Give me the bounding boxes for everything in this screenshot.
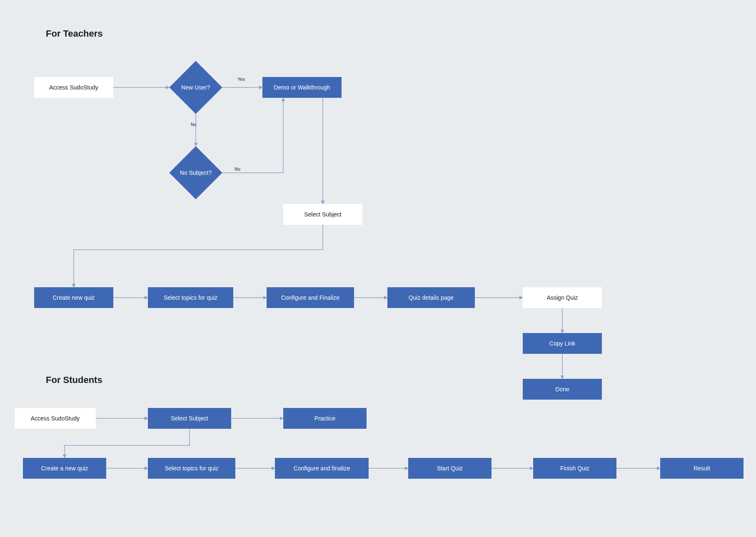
arrows-layer (0, 0, 756, 537)
edge-label-yes: Yes (237, 77, 245, 82)
node-new-user-decision: New User? (169, 61, 222, 114)
node-teachers-select-subject: Select Subject (283, 204, 362, 225)
arrow-nosubject-demo (222, 98, 283, 173)
node-students-start: Start Quiz (408, 458, 492, 479)
node-students-practice: Practice (283, 408, 367, 429)
section-title-students: For Students (46, 375, 102, 385)
diagram-canvas: For Teachers For Students Access SudoStu… (0, 0, 756, 537)
node-teachers-select-topics: Select topics for quiz (148, 287, 233, 308)
node-students-select-subject: Select Subject (148, 408, 231, 429)
node-students-select-topics: Select topics for quiz (148, 458, 235, 479)
node-teachers-configure: Configure and Finalize (267, 287, 354, 308)
node-students-access: Access SudoStudy (15, 408, 96, 429)
node-new-user-label: New User? (181, 84, 210, 91)
node-teachers-access: Access SudoStudy (34, 77, 113, 98)
arrow-selectsubject-createquiz (74, 225, 323, 287)
node-students-result: Result (660, 458, 744, 479)
node-done: Done (523, 379, 602, 400)
arrow-s-subject-createquiz (65, 429, 190, 458)
node-students-create-quiz: Create a new quiz (23, 458, 106, 479)
node-students-finish: Finish Quiz (533, 458, 616, 479)
node-assign-quiz: Assign Quiz (523, 287, 602, 308)
edge-label-no-top: No (191, 122, 197, 127)
section-title-teachers: For Teachers (46, 28, 103, 39)
node-demo: Demo or Walkthrough (262, 77, 342, 98)
node-copy-link: Copy Link (523, 333, 602, 354)
edge-label-no-bottom: No (235, 167, 240, 172)
node-students-configure: Configure and finalize (275, 458, 369, 479)
node-teachers-details: Quiz details page (387, 287, 475, 308)
node-no-subject-decision: No Subject? (169, 146, 222, 199)
node-teachers-create-quiz: Create new quiz (34, 287, 113, 308)
node-no-subject-label: No Subject? (180, 169, 212, 176)
